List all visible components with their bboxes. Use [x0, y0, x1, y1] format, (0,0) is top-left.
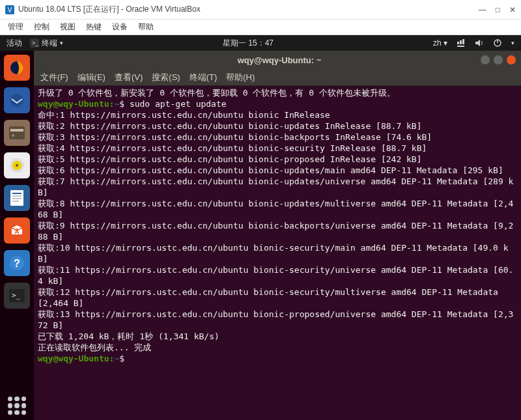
- launcher-terminal-icon[interactable]: >_: [4, 283, 30, 309]
- terminal-minimize-button[interactable]: [481, 55, 490, 64]
- svg-text:V: V: [8, 7, 12, 14]
- launcher-writer-icon[interactable]: [4, 185, 30, 211]
- terminal-titlebar: wqy@wqy-Ubuntu: ~: [34, 51, 521, 69]
- svg-rect-19: [10, 190, 23, 206]
- svg-rect-4: [457, 42, 459, 44]
- launcher-firefox-icon[interactable]: [4, 55, 30, 81]
- input-method-indicator[interactable]: zh ▾: [433, 38, 447, 48]
- launcher-rhythmbox-icon[interactable]: [4, 152, 30, 178]
- launcher-thunderbird-icon[interactable]: [4, 87, 30, 113]
- launcher-files-icon[interactable]: [4, 120, 30, 146]
- window-maximize-button[interactable]: □: [496, 5, 500, 14]
- terminal-line: 获取:11 https://mirrors.ustc.edu.cn/ubuntu…: [38, 264, 517, 287]
- launcher-help-icon[interactable]: ?: [4, 250, 30, 276]
- svg-rect-7: [457, 46, 464, 47]
- terminal-menu-item[interactable]: 终端(T): [190, 72, 218, 83]
- terminal-line: 正在读取软件包列表... 完成: [38, 342, 517, 353]
- window-minimize-button[interactable]: —: [479, 5, 486, 14]
- terminal-menubar: 文件(F) 编辑(E) 查看(V) 搜索(S) 终端(T) 帮助(H): [34, 69, 521, 86]
- terminal-line: 获取:4 https://mirrors.ustc.edu.cn/ubuntu …: [38, 143, 517, 154]
- terminal-menu-item[interactable]: 搜索(S): [152, 72, 180, 83]
- ubuntu-launcher: A ? >_: [0, 51, 34, 420]
- svg-point-18: [16, 164, 18, 167]
- terminal-title: wqy@wqy-Ubuntu: ~: [78, 55, 481, 65]
- vbox-menu-item[interactable]: 设备: [112, 21, 128, 33]
- terminal-line: 已下载 1,204 kB，耗时 1秒 (1,341 kB/s): [38, 331, 517, 342]
- volume-icon[interactable]: [475, 38, 484, 48]
- svg-text:?: ?: [14, 258, 20, 269]
- virtualbox-title-text: Ubuntu 18.04 LTS [正在运行] - Oracle VM Virt…: [18, 4, 201, 15]
- terminal-menu-item[interactable]: 编辑(E): [77, 72, 106, 83]
- svg-text:>_: >_: [12, 291, 21, 300]
- vbox-menu-item[interactable]: 管理: [8, 21, 23, 33]
- svg-marker-8: [475, 40, 480, 46]
- terminal-menu-item[interactable]: 帮助(H): [226, 72, 255, 83]
- terminal-line: 获取:13 https://mirrors.ustc.edu.cn/ubuntu…: [38, 309, 517, 331]
- terminal-line: wqy@wqy-Ubuntu:~$: [38, 353, 517, 364]
- terminal-line: 获取:2 https://mirrors.ustc.edu.cn/ubuntu …: [38, 120, 517, 132]
- network-icon[interactable]: [457, 38, 466, 48]
- terminal-line: 获取:9 https://mirrors.ustc.edu.cn/ubuntu …: [38, 220, 517, 242]
- app-menu-label: 终端: [42, 38, 57, 49]
- chevron-down-icon: ▾: [60, 40, 63, 46]
- launcher-software-icon[interactable]: A: [4, 217, 30, 244]
- terminal-line: 获取:10 https://mirrors.ustc.edu.cn/ubuntu…: [38, 242, 517, 264]
- terminal-maximize-button[interactable]: [494, 55, 503, 64]
- clock[interactable]: 星期一 15：47: [223, 38, 274, 49]
- terminal-app-icon: >_: [30, 38, 39, 48]
- terminal-line: 升级了 0 个软件包，新安装了 0 个软件包，要卸载 0 个软件包，有 0 个软…: [38, 87, 517, 98]
- ubuntu-top-panel: 活动 >_ 终端 ▾ 星期一 15：47 zh ▾ ▾: [0, 35, 521, 51]
- app-menu[interactable]: >_ 终端 ▾: [30, 38, 63, 49]
- vbox-menu-item[interactable]: 视图: [60, 21, 76, 33]
- terminal-line: 获取:6 https://mirrors.ustc.edu.cn/ubuntu …: [38, 165, 517, 176]
- terminal-menu-item[interactable]: 文件(F): [40, 72, 68, 83]
- chevron-down-icon: ▾: [511, 40, 514, 46]
- power-icon[interactable]: [493, 38, 502, 48]
- svg-point-15: [12, 134, 14, 137]
- terminal-menu-item[interactable]: 查看(V): [115, 72, 143, 83]
- terminal-line: wqy@wqy-Ubuntu:~$ sudo apt-get update: [38, 98, 517, 109]
- activities-button[interactable]: 活动: [7, 38, 22, 49]
- svg-rect-5: [460, 40, 462, 44]
- virtualbox-titlebar: V Ubuntu 18.04 LTS [正在运行] - Oracle VM Vi…: [0, 0, 521, 20]
- window-close-button[interactable]: ✕: [509, 5, 516, 14]
- vbox-menu-item[interactable]: 帮助: [138, 21, 154, 33]
- virtualbox-icon: V: [5, 5, 14, 14]
- virtualbox-menubar: 管理 控制 视图 热键 设备 帮助: [0, 20, 521, 35]
- svg-rect-13: [9, 126, 25, 139]
- terminal-line: 获取:5 https://mirrors.ustc.edu.cn/ubuntu …: [38, 154, 517, 165]
- virtualbox-title: V Ubuntu 18.04 LTS [正在运行] - Oracle VM Vi…: [5, 4, 201, 15]
- terminal-line: 获取:12 https://mirrors.ustc.edu.cn/ubuntu…: [38, 287, 517, 309]
- vbox-menu-item[interactable]: 热键: [86, 21, 102, 33]
- terminal-line: 获取:3 https://mirrors.ustc.edu.cn/ubuntu …: [38, 132, 517, 143]
- terminal-line: 获取:7 https://mirrors.ustc.edu.cn/ubuntu …: [38, 176, 517, 198]
- vbox-menu-item[interactable]: 控制: [34, 21, 49, 33]
- terminal-close-button[interactable]: [507, 55, 516, 64]
- terminal-content[interactable]: 升级了 0 个软件包，新安装了 0 个软件包，要卸载 0 个软件包，有 0 个软…: [34, 86, 521, 420]
- svg-rect-14: [10, 129, 23, 132]
- svg-text:A: A: [14, 228, 19, 235]
- svg-rect-6: [462, 39, 464, 44]
- terminal-line: 命中:1 https://mirrors.ustc.edu.cn/ubuntu …: [38, 109, 517, 120]
- terminal-line: 获取:8 https://mirrors.ustc.edu.cn/ubuntu …: [38, 198, 517, 220]
- launcher-apps-grid-icon[interactable]: [8, 397, 26, 415]
- svg-text:>_: >_: [32, 40, 39, 46]
